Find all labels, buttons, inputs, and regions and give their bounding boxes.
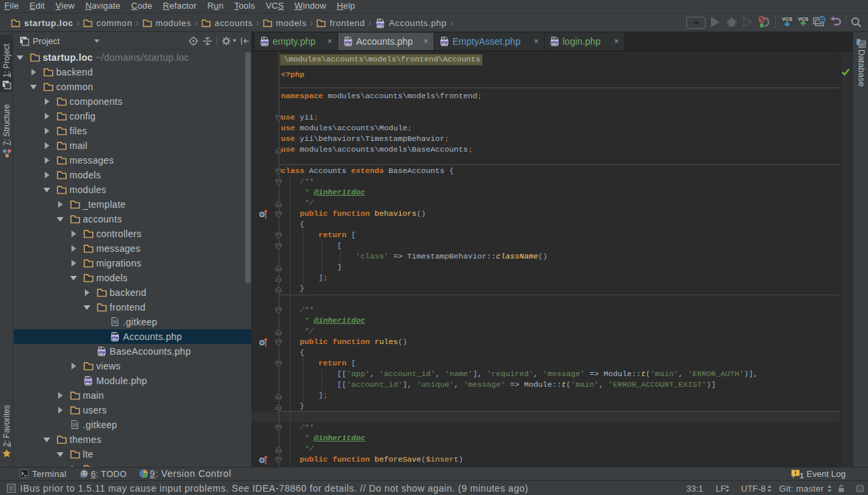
svg-text:php: php [376, 22, 385, 26]
svg-text:php: php [98, 350, 106, 354]
svg-text:php: php [261, 40, 269, 44]
svg-text:VCS: VCS [782, 16, 792, 22]
svg-text:php: php [85, 379, 92, 383]
svg-text:php: php [551, 40, 559, 44]
svg-text:php: php [112, 335, 119, 339]
svg-text:php: php [441, 40, 448, 44]
svg-text:php: php [345, 40, 352, 44]
svg-text:VCS: VCS [798, 16, 808, 22]
